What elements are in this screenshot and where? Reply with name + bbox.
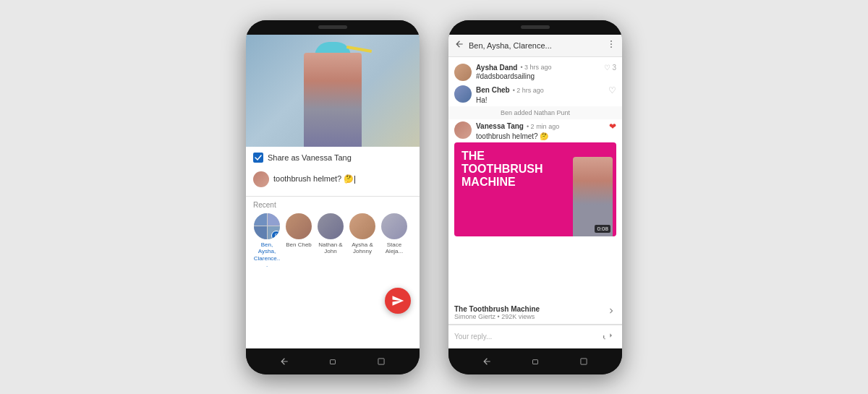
video-title-overlay: THE TOOTHBRUSH MACHINE [461, 150, 543, 189]
svg-point-4 [610, 46, 612, 48]
share-label: Share as Vanessa Tang [268, 153, 352, 162]
system-message: Ben added Nathan Punt [448, 106, 622, 119]
chat-bubble: Vanessa Tang • 2 min ago ❤ toothbrush he… [476, 121, 616, 140]
more-options-button[interactable] [606, 39, 616, 52]
chat-bubble: Aysha Dand • 3 hrs ago ♡ 3 #dadsboardsai… [476, 64, 616, 80]
user-avatar [253, 171, 269, 187]
like-icon[interactable]: ♡ 3 [604, 64, 616, 72]
message-time: • 3 hrs ago [520, 64, 551, 71]
chat-message: Vanessa Tang • 2 min ago ❤ toothbrush he… [448, 119, 622, 142]
message-input[interactable]: toothbrush helmet? 🤔 [273, 174, 412, 184]
contact-avatar [349, 213, 375, 239]
video-info: The Toothbrush Machine Simone Giertz • 2… [454, 305, 603, 320]
chat-message: Ben Cheb • 2 hrs ago ♡ Ha! [448, 83, 622, 106]
contact-name: Aysha & Johnny [349, 241, 376, 255]
contact-name: Ben, Aysha, Clarence... [253, 241, 281, 269]
contact-name: Stace Aleja... [380, 241, 408, 255]
contact-avatar [381, 213, 407, 239]
video-thumbnail[interactable]: THE TOOTHBRUSH MACHINE 0:08 [454, 142, 616, 236]
contact-item[interactable]: Aysha & Johnny [349, 213, 376, 269]
send-button[interactable] [385, 288, 411, 314]
message-sender: Vanessa Tang [476, 122, 524, 130]
contact-badge: 8 [271, 231, 280, 239]
phone2-top-bar [448, 20, 622, 35]
phone1-screen: Share as Vanessa Tang toothbrush helmet?… [246, 35, 420, 348]
person-image [304, 53, 362, 147]
phone-2: Ben, Aysha, Clarence... Aysha Dand • 3 h… [448, 20, 622, 374]
like-icon[interactable]: ❤ [609, 121, 616, 132]
reply-input[interactable]: Your reply... [454, 333, 597, 341]
back-nav-icon[interactable] [278, 356, 290, 367]
chat-message: Aysha Dand • 3 hrs ago ♡ 3 #dadsboardsai… [448, 61, 622, 83]
vanessa-avatar [454, 121, 472, 139]
home-nav-icon[interactable] [327, 356, 339, 367]
recents-nav-icon[interactable] [578, 356, 590, 367]
message-time: • 2 min ago [527, 123, 559, 130]
svg-rect-1 [378, 358, 384, 364]
contact-avatar [318, 213, 344, 239]
divider [246, 196, 420, 197]
reply-icon[interactable] [602, 330, 616, 344]
chat-header: Ben, Aysha, Clarence... [448, 35, 622, 57]
message-sender: Aysha Dand [476, 64, 517, 72]
video-title: The Toothbrush Machine [454, 305, 603, 313]
contact-avatar [286, 213, 312, 239]
chat-header-title: Ben, Aysha, Clarence... [469, 41, 602, 50]
chat-name-line: Vanessa Tang • 2 min ago ❤ [476, 121, 616, 132]
helmet-stick [346, 45, 372, 52]
phone-1: Share as Vanessa Tang toothbrush helmet?… [246, 20, 420, 374]
ben-avatar [454, 85, 472, 103]
message-time: • 2 hrs ago [513, 87, 544, 94]
share-panel: Share as Vanessa Tang toothbrush helmet?… [246, 147, 420, 273]
phone1-top-bar [246, 20, 420, 35]
contact-item[interactable]: 8 Ben, Aysha, Clarence... [253, 213, 281, 269]
chat-bubble: Ben Cheb • 2 hrs ago ♡ Ha! [476, 85, 616, 104]
video-duration: 0:08 [595, 225, 610, 233]
message-sender: Ben Cheb [476, 86, 510, 94]
phone1-speaker [318, 25, 347, 29]
chat-messages: Aysha Dand • 3 hrs ago ♡ 3 #dadsboardsai… [448, 57, 622, 301]
back-nav-icon[interactable] [481, 356, 493, 367]
svg-rect-6 [581, 358, 587, 364]
like-icon[interactable]: ♡ [608, 85, 616, 95]
video-info-row[interactable]: The Toothbrush Machine Simone Giertz • 2… [448, 301, 622, 325]
video-chevron-icon[interactable] [606, 306, 616, 319]
recent-label: Recent [253, 201, 412, 209]
recent-contacts: 8 Ben, Aysha, Clarence... Ben Cheb Natha… [253, 213, 412, 269]
reply-bar: Your reply... [448, 325, 622, 348]
share-checkbox[interactable] [253, 153, 263, 163]
phone1-nav-bar [246, 348, 420, 374]
contact-item[interactable]: Stace Aleja... [380, 213, 408, 269]
contact-name: Ben Cheb [286, 241, 312, 249]
svg-rect-5 [532, 359, 537, 364]
message-content: Ha! [476, 96, 616, 104]
share-checkbox-row[interactable]: Share as Vanessa Tang [253, 153, 412, 163]
chat-name-line: Ben Cheb • 2 hrs ago ♡ [476, 85, 616, 95]
aysha-avatar [454, 64, 472, 81]
chat-name-line: Aysha Dand • 3 hrs ago ♡ 3 [476, 64, 616, 72]
contact-item[interactable]: Nathan & John [317, 213, 344, 269]
back-button[interactable] [454, 39, 464, 52]
svg-rect-0 [330, 359, 335, 364]
message-content: #dadsboardsailing [476, 72, 616, 80]
phone2-nav-bar [448, 348, 622, 374]
contact-avatar-multi: 8 [254, 213, 280, 239]
video-channel: Simone Giertz • 292K views [454, 313, 603, 320]
phone1-video-image [246, 35, 420, 147]
svg-point-3 [610, 43, 612, 45]
svg-point-2 [610, 40, 612, 42]
phone2-screen: Ben, Aysha, Clarence... Aysha Dand • 3 h… [448, 35, 622, 348]
message-input-row[interactable]: toothbrush helmet? 🤔 [253, 168, 412, 192]
contact-name: Nathan & John [317, 241, 344, 255]
phone2-speaker [521, 25, 550, 29]
contact-item[interactable]: Ben Cheb [285, 213, 312, 269]
home-nav-icon[interactable] [529, 356, 541, 367]
recents-nav-icon[interactable] [375, 356, 387, 367]
message-content: toothbrush helmet? 🤔 [476, 132, 616, 140]
